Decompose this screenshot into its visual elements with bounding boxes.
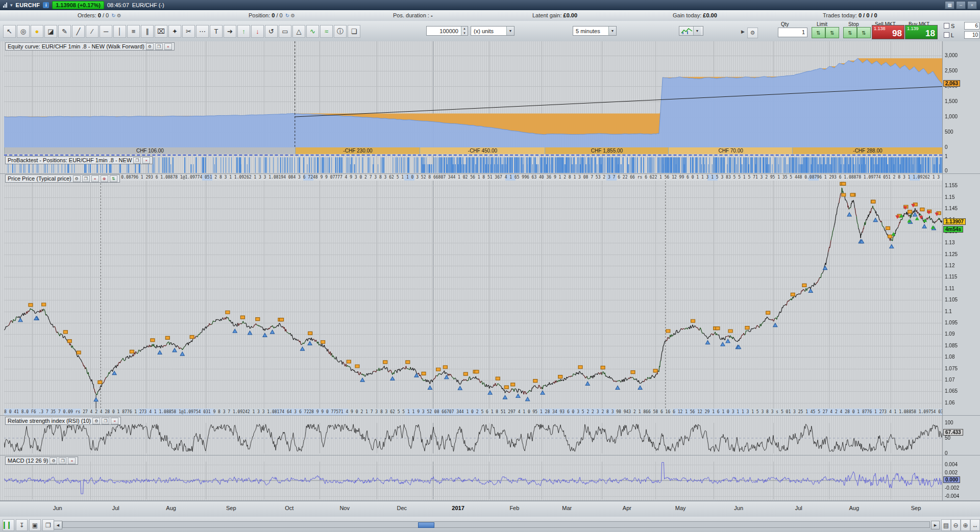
window-icon[interactable]: ❐ xyxy=(59,458,66,464)
refresh-icon[interactable]: ↻ xyxy=(285,13,289,18)
tool-zoom-button[interactable]: ◎ xyxy=(17,25,30,38)
gear-icon[interactable]: ⚙ xyxy=(73,175,81,182)
close-icon[interactable]: × xyxy=(68,458,76,464)
screenshot-icon[interactable]: ▣ xyxy=(29,519,41,531)
tool-more-tools-button[interactable]: ⋯ xyxy=(196,25,209,38)
axis-tick-label: 1.13 xyxy=(945,240,954,245)
window-icon[interactable]: ❐ xyxy=(155,43,163,50)
order-panel: Qty Limit Stop Sell MKT Buy MKT ▶ ⚙ 1 ⇅ … xyxy=(741,21,942,41)
tool-segment-button[interactable]: ∕ xyxy=(86,25,99,38)
macd-chart[interactable] xyxy=(4,462,942,499)
tool-pattern-button[interactable]: ✦ xyxy=(168,25,181,38)
tool-trash-button[interactable]: ⌧ xyxy=(155,25,167,38)
instrument-label: EUR/CHF (-) xyxy=(132,2,164,8)
horizontal-scrollbar[interactable] xyxy=(62,521,930,528)
gear-icon[interactable]: ⚙ xyxy=(92,418,100,424)
scroll-left-arrow[interactable]: ◀ xyxy=(54,521,62,529)
info-icon[interactable]: i xyxy=(43,2,49,8)
scrollbar-thumb[interactable] xyxy=(418,522,434,528)
tool-trend-line-button[interactable]: ╱ xyxy=(72,25,85,38)
chart-style-select[interactable]: ▼ xyxy=(679,26,703,36)
gear-icon[interactable]: ⚙ xyxy=(146,43,154,50)
sell-price-big: 98 xyxy=(892,29,902,39)
tool-parallel-channel-button[interactable]: ∥ xyxy=(141,25,154,38)
close-icon[interactable]: × xyxy=(111,418,118,424)
orders-stat: Orders: 0 / 0 ↻⚙ xyxy=(78,12,121,18)
chevron-down-icon[interactable]: ▾ xyxy=(10,3,13,8)
window-icon[interactable]: ❐ xyxy=(82,175,90,182)
window-icon[interactable]: ❐ xyxy=(102,418,109,424)
axis-tick-label: 1.15 xyxy=(945,194,954,200)
add-indicator-icon[interactable]: ⊕ xyxy=(101,175,108,182)
tool-text-button[interactable]: T xyxy=(210,25,223,38)
tool-zigzag-button[interactable]: ∿ xyxy=(306,25,319,38)
tool-rectangle-button[interactable]: ▭ xyxy=(279,25,291,38)
time-axis[interactable]: JunJulAugSepOctNovDec2017FebMarAprMayJun… xyxy=(0,501,980,517)
window-icon[interactable]: ❐ xyxy=(133,157,141,164)
tool-alarm-button[interactable]: ● xyxy=(31,25,43,38)
sell-stop-button[interactable]: ⇅ xyxy=(843,27,857,38)
expand-arrow-icon[interactable]: ▶ xyxy=(741,29,745,34)
sort-arrows-icon[interactable]: ⇅ xyxy=(110,175,117,182)
spinner-arrows[interactable]: ▲▼ xyxy=(461,27,468,35)
tool-scissors-button[interactable]: ✂ xyxy=(182,25,195,38)
orders-suffix: / 0 xyxy=(103,12,109,18)
buy-market-button[interactable]: 1.139 18 xyxy=(905,25,938,39)
gain-today-stat: Gain today: £0.00 xyxy=(673,12,717,18)
tool-arrow-right-button[interactable]: ➔ xyxy=(224,25,236,38)
close-icon[interactable]: × xyxy=(164,43,172,50)
copy-icon[interactable]: ❐ xyxy=(42,519,54,531)
axis-tick-label: 1.09 xyxy=(945,331,954,337)
tool-annotation-button[interactable]: ❏ xyxy=(348,25,360,38)
tool-pencil-button[interactable]: ✎ xyxy=(58,25,71,38)
sell-market-button[interactable]: 1.138 98 xyxy=(872,25,904,39)
close-icon[interactable]: × xyxy=(91,175,99,182)
tool-horizontal-line-button[interactable]: ─ xyxy=(100,25,112,38)
price-axis[interactable]: 3,0002,5002,0001,5001,00050002,063101.15… xyxy=(942,0,980,516)
scroll-right-arrow[interactable]: ▶ xyxy=(931,521,940,529)
x-axis-label: Jun xyxy=(53,505,62,511)
gear-icon[interactable]: ⚙ xyxy=(50,458,57,464)
timeframe-select[interactable]: 5 minutes ▼ xyxy=(573,26,617,36)
buy-stop-button[interactable]: ⇅ xyxy=(857,27,871,38)
positions-panel-header: ProBacktest - Positions: EUR/CHF 1min .8… xyxy=(5,156,153,164)
tool-triangle-button[interactable]: △ xyxy=(292,25,305,38)
gear-icon[interactable]: ⚙ xyxy=(117,13,121,18)
chart-settings-icon[interactable]: ▤ xyxy=(941,519,951,531)
gear-icon[interactable]: ⚙ xyxy=(290,13,295,18)
latent-gain-stat: Latent gain: £0.00 xyxy=(532,12,577,18)
tool-arrow-up-button[interactable]: ↑ xyxy=(237,25,250,38)
walkforward-segment: -CHF 288.00 xyxy=(792,147,942,154)
buy-limit-button[interactable]: ⇅ xyxy=(825,27,839,38)
position-value: 0 xyxy=(272,12,275,18)
equity-chart[interactable] xyxy=(4,41,942,147)
quantity-stepper[interactable]: 100000 ▲▼ xyxy=(426,26,468,36)
zoom-in-icon[interactable]: ⊕ xyxy=(961,519,970,531)
axis-tick-label: 0 xyxy=(945,144,948,150)
tool-cursor-button[interactable]: ↖ xyxy=(3,25,16,38)
fit-screen-icon[interactable]: ↔ xyxy=(970,519,980,531)
tool-arrow-down-button[interactable]: ↓ xyxy=(251,25,264,38)
tool-vertical-line-button[interactable]: │ xyxy=(113,25,126,38)
rsi-chart[interactable] xyxy=(4,423,942,453)
axis-tick-label: 2,500 xyxy=(945,68,958,73)
price-chart[interactable] xyxy=(4,180,942,409)
tool-zigzag-filled-button[interactable]: ≈ xyxy=(320,25,333,38)
tool-undo-button[interactable]: ↺ xyxy=(265,25,278,38)
quote-chart-icon[interactable]: ▎▎ xyxy=(3,519,14,531)
tool-eraser-button[interactable]: ◪ xyxy=(44,25,57,38)
zoom-out-icon[interactable]: ⊖ xyxy=(951,519,961,531)
x-axis-label: Sep xyxy=(226,505,236,511)
units-select[interactable]: (x) units ▼ xyxy=(471,26,514,36)
x-axis-label: Mar xyxy=(562,505,572,511)
close-icon[interactable]: × xyxy=(142,157,150,164)
wrench-icon[interactable]: ⚙ xyxy=(747,28,758,38)
download-icon[interactable]: ↧ xyxy=(16,519,28,531)
sell-limit-button[interactable]: ⇅ xyxy=(812,27,825,38)
tool-fibonacci-button[interactable]: ≡ xyxy=(127,25,140,38)
axis-value-badge: 4m54s xyxy=(943,226,963,233)
tool-info-button[interactable]: ⓘ xyxy=(334,25,347,38)
qty-input[interactable]: 1 xyxy=(778,28,807,37)
x-axis-label: Feb xyxy=(509,505,519,511)
refresh-icon[interactable]: ↻ xyxy=(111,13,115,18)
